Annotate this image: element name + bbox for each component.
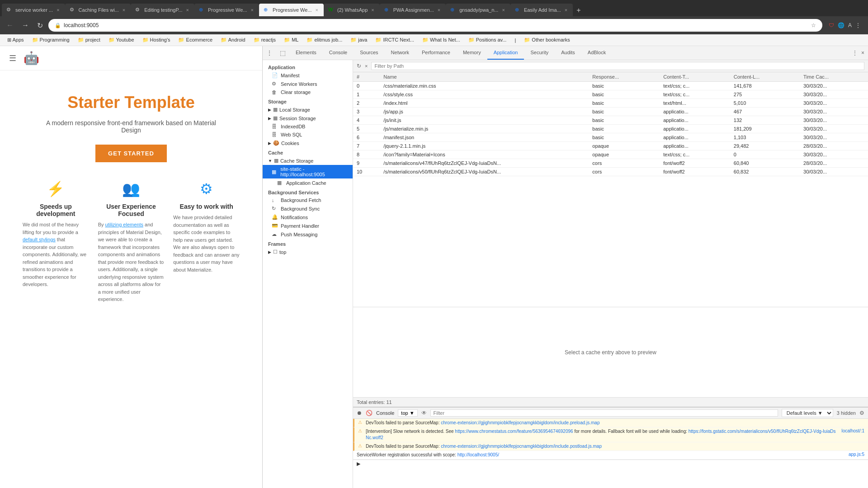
console-tab[interactable]: Console — [376, 410, 394, 416]
console-record-icon[interactable]: ⏺ — [357, 410, 362, 416]
sidebar-local-storage-header[interactable]: ▶ ▦ Local Storage — [263, 105, 353, 114]
sidebar-cookies-header[interactable]: ▶ 🍪 Cookies — [263, 139, 353, 147]
tab-console[interactable]: Console — [323, 46, 354, 60]
devtools-settings-icon[interactable]: ⋮ — [263, 49, 276, 56]
tab-pwa[interactable]: ⊕ PWA Assignmen... × — [380, 4, 446, 16]
sidebar-frames-top[interactable]: ▶ ☐ top — [263, 248, 353, 256]
tab-performance[interactable]: Performance — [415, 46, 457, 60]
default-levels-select[interactable]: Default levels ▼ — [782, 409, 833, 417]
bookmark-programming[interactable]: 📁 Programming — [28, 36, 73, 44]
col-num[interactable]: # — [353, 72, 380, 82]
filter-input[interactable] — [371, 62, 864, 70]
console-filter-input[interactable] — [430, 409, 778, 417]
bookmark-star-icon[interactable]: ☆ — [811, 22, 816, 28]
tab-security[interactable]: Security — [524, 46, 555, 60]
bookmark-project[interactable]: 📁 project — [74, 36, 104, 44]
address-bar[interactable]: 🔒 localhost:9005 ☆ — [48, 19, 822, 32]
tab-close[interactable]: × — [501, 6, 505, 14]
hamburger-menu[interactable]: ☰ — [9, 53, 16, 63]
col-response[interactable]: Response... — [589, 72, 660, 82]
sidebar-item-payment-handler[interactable]: 💳 Payment Handler — [263, 221, 353, 230]
col-name[interactable]: Name — [380, 72, 589, 82]
console-settings-icon[interactable]: ⚙ — [859, 410, 864, 416]
tab-close[interactable]: × — [185, 6, 189, 14]
table-row[interactable]: 8 /icon?family=Material+Icons opaque tex… — [353, 150, 868, 159]
tab-progressive2[interactable]: ⊕ Progressive We... × — [259, 4, 324, 16]
sidebar-item-clear-storage[interactable]: 🗑 Clear storage — [263, 88, 353, 96]
get-started-button[interactable]: GET STARTED — [95, 145, 167, 162]
col-content-type[interactable]: Content-T... — [660, 72, 730, 82]
sidebar-item-push-messaging[interactable]: ☁ Push Messaging — [263, 230, 353, 239]
bookmark-reactjs[interactable]: 📁 reactjs — [250, 36, 279, 44]
console-clear-icon[interactable]: 🚫 — [366, 410, 373, 416]
sidebar-item-notifications[interactable]: 🔔 Notifications — [263, 213, 353, 221]
bookmark-what-is-net[interactable]: 📁 What Is Net... — [419, 36, 464, 44]
sidebar-item-bg-sync[interactable]: ↻ Background Sync — [263, 204, 353, 213]
bookmark-android[interactable]: 📁 Android — [217, 36, 249, 44]
tab-application[interactable]: Application — [487, 46, 524, 60]
sidebar-item-bg-fetch[interactable]: ↓ Background Fetch — [263, 196, 353, 204]
bookmark-ml[interactable]: 📁 ML — [280, 36, 302, 44]
devtools-more-icon[interactable]: ⋮ — [852, 50, 858, 56]
table-row[interactable]: 1 /css/style.css basic text/css; c... 27… — [353, 90, 868, 99]
tab-service-worker[interactable]: ⚙ service worker ... × — [2, 4, 65, 16]
forward-button[interactable]: → — [19, 20, 32, 30]
sidebar-item-site-static[interactable]: ▦ site-static - http://localhost:9005 — [263, 165, 353, 178]
font-link[interactable]: https://fonts.gstatic.com/s/materialicon… — [366, 429, 835, 440]
tab-close[interactable]: × — [122, 6, 126, 14]
bookmark-other[interactable]: 📁 Other bookmarks — [520, 36, 573, 44]
tab-network[interactable]: Network — [385, 46, 415, 60]
bookmark-youtube[interactable]: 📁 Youtube — [105, 36, 138, 44]
table-row[interactable]: 5 /js/materialize.min.js basic applicati… — [353, 125, 868, 133]
sidebar-cache-storage-header[interactable]: ▼ ▦ Cache Storage — [263, 156, 353, 165]
chrome-icon[interactable]: 🌐 — [838, 22, 844, 28]
sourcemap-link-1[interactable]: chrome-extension://gjighmmpiobklfepjocna… — [441, 420, 599, 425]
tab-caching[interactable]: ⚙ Caching Files wi... × — [65, 4, 131, 16]
intervention-link[interactable]: https://www.chromestatus.com/feature/563… — [455, 429, 573, 434]
table-row[interactable]: 7 /jquery-2.1.1.min.js opaque applicatio… — [353, 142, 868, 150]
table-row[interactable]: 0 /css/materialize.min.css basic text/cs… — [353, 82, 868, 90]
bookmark-hostings[interactable]: 📁 Hosting's — [139, 36, 174, 44]
filter-clear-icon[interactable]: × — [365, 63, 368, 69]
tab-close[interactable]: × — [315, 6, 319, 14]
tab-adblock[interactable]: AdBlock — [581, 46, 612, 60]
sidebar-item-application-cache[interactable]: ▦ Application Cache — [263, 178, 353, 187]
console-context-select[interactable]: top ▼ — [398, 409, 417, 417]
tab-whatsapp[interactable]: W (2) WhatsApp × — [324, 4, 380, 16]
tab-editing[interactable]: ⚙ Editing testingP... × — [131, 4, 194, 16]
tab-close[interactable]: × — [250, 6, 255, 14]
tab-memory[interactable]: Memory — [457, 46, 487, 60]
tab-easily-add[interactable]: ⊕ Easily Add Ima... × — [510, 4, 573, 16]
sidebar-item-indexeddb[interactable]: 🗄 IndexedDB — [263, 122, 353, 131]
tab-close[interactable]: × — [370, 6, 375, 14]
tab-close[interactable]: × — [437, 6, 441, 14]
tab-gnsaddy[interactable]: ⊕ gnsaddy/pwa_n... × — [446, 4, 510, 16]
col-time[interactable]: Time Cac... — [800, 72, 868, 82]
table-row[interactable]: 2 /index.html basic text/html... 5,010 3… — [353, 99, 868, 108]
tab-close[interactable]: × — [56, 6, 60, 14]
sidebar-session-storage-header[interactable]: ▶ ▦ Session Storage — [263, 114, 353, 122]
sidebar-item-web-sql[interactable]: 🗄 Web SQL — [263, 131, 353, 139]
console-input[interactable] — [363, 461, 864, 467]
back-button[interactable]: ← — [4, 20, 16, 30]
tab-close[interactable]: × — [564, 6, 568, 14]
table-row[interactable]: 4 /js/init.js basic applicatio... 132 30… — [353, 116, 868, 125]
tab-audits[interactable]: Audits — [555, 46, 581, 60]
console-eye-icon[interactable]: 👁 — [421, 410, 427, 416]
reload-button[interactable]: ↻ — [34, 20, 46, 31]
devtools-close-icon[interactable]: × — [861, 50, 864, 56]
new-tab-button[interactable]: + — [573, 5, 584, 16]
refresh-button[interactable]: ↻ — [357, 63, 361, 69]
devtools-inspect-icon[interactable]: ⬚ — [276, 49, 289, 56]
table-row[interactable]: 6 /manifest.json basic applicatio... 1,1… — [353, 133, 868, 142]
table-row[interactable]: 9 /s/materialicons/v47/flUhRq6tzZclQEJ-V… — [353, 159, 868, 168]
bookmark-ecommerce[interactable]: 📁 Ecommerce — [175, 36, 216, 44]
bookmark-apps[interactable]: ⊞ Apps — [4, 36, 28, 44]
sidebar-item-manifest[interactable]: 📄 Manifest — [263, 71, 353, 80]
sourcemap-link-2[interactable]: chrome-extension://gjighmmpiobklfepjocna… — [441, 444, 602, 449]
tab-sources[interactable]: Sources — [354, 46, 384, 60]
table-row[interactable]: 10 /s/materialicons/v50/flUhRq6tzZclQEJ-… — [353, 168, 868, 176]
sidebar-item-service-workers[interactable]: ⚙ Service Workers — [263, 80, 353, 88]
bookmark-irctc[interactable]: 📁 IRCTC Next... — [372, 36, 418, 44]
col-content-length[interactable]: Content-L... — [730, 72, 800, 82]
